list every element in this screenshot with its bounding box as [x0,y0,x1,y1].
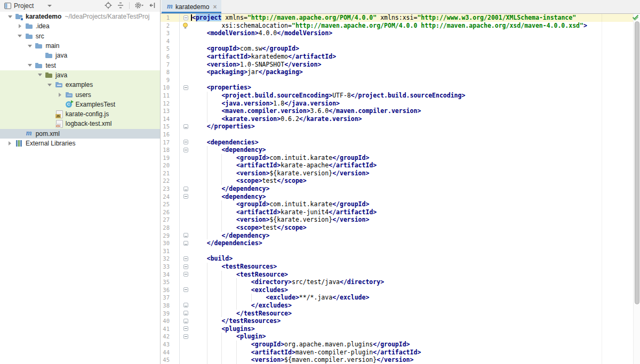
code-line[interactable]: 41 <plugins> [161,325,640,333]
code-line[interactable]: 5 <groupId>com.sw</groupId> [161,45,640,53]
code-line[interactable]: 1<project xmlns="http://maven.apache.org… [161,14,640,22]
code-line[interactable]: 12 <java.version>1.8</java.version> [161,100,640,108]
code-line[interactable]: 4 [161,37,640,45]
code-line[interactable]: 37 <exclude>**/*.java</exclude> [161,294,640,302]
fold-collapse-icon[interactable] [183,326,188,331]
chevron-expanded-icon[interactable] [25,64,35,67]
code-line[interactable]: 28 <scope>test</scope> [161,224,640,232]
code-line[interactable]: 19 <groupId>com.intuit.karate</groupId> [161,154,640,162]
code-line[interactable]: 14 <karate.version>0.6.2</karate.version… [161,115,640,123]
code-line[interactable]: 21 <version>${karate.version}</version> [161,169,640,177]
chevron-down-icon[interactable] [47,5,52,7]
locate-icon[interactable] [105,2,112,9]
chevron-collapsed-icon[interactable] [15,24,25,28]
code-line[interactable]: 30 </dependencies> [161,239,640,247]
fold-end-icon[interactable] [183,241,188,246]
tree-item-external-libraries[interactable]: External Libraries [0,139,160,148]
fold-collapse-icon[interactable] [183,148,188,152]
code-line[interactable]: 40 </testResources> [161,317,640,325]
chevron-collapsed-icon[interactable] [55,93,65,97]
settings-gear-icon[interactable] [134,2,144,9]
tree-item-karatedemo[interactable]: karatedemo~/IdeaProjects/KarateTestProj [0,12,160,21]
code-line[interactable]: 34 <testResource> [161,271,640,279]
code-line[interactable]: 16 [161,131,640,139]
code-line[interactable]: 31 [161,247,640,255]
code-line[interactable]: 42 <plugin> [161,333,640,341]
fold-collapse-icon[interactable] [183,264,188,269]
gutter-separator [179,193,180,201]
code-line[interactable]: 7 <version>1.0-SNAPSHOT</version> [161,61,640,69]
code-line[interactable]: 43 <groupId>org.apache.maven.plugins</gr… [161,341,640,349]
code-line[interactable]: 17 <dependencies> [161,139,640,147]
code-editor[interactable]: 1<project xmlns="http://maven.apache.org… [161,14,640,364]
close-icon[interactable]: × [213,3,217,11]
fold-end-icon[interactable] [183,124,188,129]
code-line[interactable]: 36 <excludes> [161,286,640,294]
code-line[interactable]: 29 </dependency> [161,232,640,240]
code-line[interactable]: 44 <artifactId>maven-compiler-plugin</ar… [161,349,640,357]
code-line[interactable]: 38 </excludes> [161,302,640,310]
inspections-ok-icon[interactable] [632,14,639,21]
code-line[interactable]: 22 <scope>test</scope> [161,177,640,185]
code-line[interactable]: 45 <version>${maven.compiler.version}</v… [161,356,640,364]
tree-item-examples[interactable]: examples [0,80,160,90]
fold-collapse-icon[interactable] [183,287,188,292]
tree-item-examplestest[interactable]: ExamplesTest [0,100,160,109]
tree-item-java[interactable]: java [0,51,160,60]
code-line[interactable]: 2 xsi:schemaLocation="http://maven.apach… [161,22,640,30]
collapse-all-icon[interactable] [117,2,124,9]
fold-collapse-icon[interactable] [183,15,188,20]
code-line[interactable]: 33 <testResources> [161,263,640,271]
code-line[interactable]: 13 <maven.compiler.version>3.6.0</maven.… [161,107,640,115]
chevron-expanded-icon[interactable] [45,84,55,86]
project-panel-title[interactable]: Project [14,2,34,10]
code-line[interactable]: 23 </dependency> [161,185,640,193]
toolbar-separator [129,2,130,9]
fold-end-icon[interactable] [183,311,188,316]
tree-item-idea[interactable]: .idea [0,21,160,31]
scrollbar-thumb[interactable] [635,21,639,304]
fold-end-icon[interactable] [183,303,188,308]
code-line[interactable]: 3 <modelVersion>4.0.0</modelVersion> [161,29,640,37]
code-line[interactable]: 9 [161,76,640,84]
fold-end-icon[interactable] [183,233,188,238]
chevron-collapsed-icon[interactable] [5,141,15,145]
fold-end-icon[interactable] [183,319,188,323]
code-line[interactable]: 25 <groupId>com.intuit.karate</groupId> [161,200,640,208]
code-line[interactable]: 20 <artifactId>karate-apache</artifactId… [161,161,640,169]
code-line[interactable]: 6 <artifactId>karatedemo</artifactId> [161,53,640,61]
fold-collapse-icon[interactable] [183,272,188,277]
code-line[interactable]: 8 <packaging>jar</packaging> [161,68,640,76]
code-line[interactable]: 15 </properties> [161,123,640,131]
chevron-expanded-icon[interactable] [15,35,25,37]
fold-collapse-icon[interactable] [183,85,188,90]
chevron-expanded-icon[interactable] [25,45,35,47]
tree-item-test[interactable]: test [0,60,160,70]
chevron-expanded-icon[interactable] [35,74,45,76]
code-line[interactable]: 27 <version>${karate.version}</version> [161,216,640,224]
fold-collapse-icon[interactable] [183,194,188,199]
code-line[interactable]: 18 <dependency> [161,146,640,154]
chevron-expanded-icon[interactable] [5,15,15,18]
hide-panel-icon[interactable] [149,2,156,9]
fold-end-icon[interactable] [183,187,188,191]
code-line[interactable]: 35 <directory>src/test/java</directory> [161,278,640,286]
tree-item-src[interactable]: src [0,31,160,41]
tree-item-main[interactable]: main [0,41,160,51]
code-line[interactable]: 10 <properties> [161,84,640,92]
code-line[interactable]: 32 <build> [161,255,640,263]
tree-item-karate-config-js[interactable]: karate-config.js [0,109,160,119]
fold-collapse-icon[interactable] [183,140,188,144]
code-line[interactable]: 24 <dependency> [161,193,640,201]
tab-karatedemo[interactable]: karatedemo × [162,0,221,13]
fold-collapse-icon[interactable] [183,256,188,261]
tree-item-users[interactable]: users [0,90,160,99]
code-line[interactable]: 39 </testResource> [161,310,640,318]
tree-item-java[interactable]: java [0,70,160,80]
code-line[interactable]: 26 <artifactId>karate-junit4</artifactId… [161,208,640,216]
tree-item-pom-xml[interactable]: pom.xml [0,129,160,139]
fold-collapse-icon[interactable] [183,334,188,339]
vertical-scrollbar[interactable] [633,14,640,364]
tree-item-logback-test-xml[interactable]: logback-test.xml [0,119,160,128]
code-line[interactable]: 11 <project.build.sourceEncoding>UTF-8</… [161,92,640,100]
